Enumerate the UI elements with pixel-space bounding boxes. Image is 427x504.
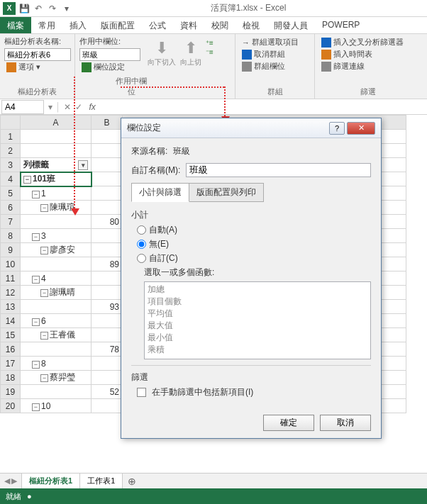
function-option[interactable]: 加總 (148, 284, 367, 296)
include-new-checkbox[interactable] (137, 388, 146, 397)
cell[interactable]: −3 (21, 229, 92, 243)
cell[interactable] (21, 215, 92, 229)
cell[interactable] (92, 328, 123, 342)
cell[interactable]: 列標籤▾ (21, 158, 92, 172)
expand-toggle[interactable]: − (40, 332, 48, 340)
enter-formula-icon[interactable]: ✓ (75, 102, 82, 112)
namebox-dropdown-icon[interactable]: ▾ (48, 102, 52, 112)
tab-home[interactable]: 常用 (31, 17, 62, 33)
cell[interactable]: 78 (92, 342, 123, 357)
radio-custom[interactable] (137, 254, 146, 263)
name-box[interactable]: A4 (1, 100, 44, 114)
expand-toggle[interactable]: − (40, 374, 48, 382)
cell[interactable]: −101班 (21, 172, 92, 186)
collapse-icon[interactable]: ⁻≡ (206, 48, 214, 56)
insert-timeline-button[interactable]: 插入時間表 (319, 48, 417, 60)
cell[interactable]: −廖彥安 (21, 243, 92, 257)
sheet-tab-pivot[interactable]: 樞紐分析表1 (21, 473, 80, 490)
radio-none[interactable] (137, 240, 146, 249)
sheet-nav-prev-icon[interactable]: ◀ (4, 476, 10, 486)
cell[interactable] (21, 144, 92, 158)
cell[interactable]: −8 (21, 357, 92, 371)
ok-button[interactable]: 確定 (263, 415, 314, 431)
fx-icon[interactable]: fx (85, 102, 100, 112)
cell[interactable] (92, 314, 123, 328)
status-record-icon[interactable]: ● (27, 492, 32, 500)
tab-file[interactable]: 檔案 (0, 17, 31, 33)
cell[interactable] (21, 300, 92, 314)
cell[interactable]: −陳珮瑄 (21, 201, 92, 215)
cell[interactable]: 93 (92, 300, 123, 314)
cancel-formula-icon[interactable]: ✕ (64, 102, 71, 112)
sheet-nav-next-icon[interactable]: ▶ (11, 476, 17, 486)
cell[interactable] (92, 399, 123, 413)
tab-subtotal-filter[interactable]: 小計與篩選 (131, 183, 189, 202)
function-option[interactable]: 最大值 (148, 320, 367, 332)
cell[interactable] (92, 286, 123, 300)
add-sheet-button[interactable]: ⊕ (122, 476, 142, 487)
function-option[interactable]: 最小值 (148, 332, 367, 344)
tab-insert[interactable]: 插入 (62, 17, 94, 33)
cell[interactable]: 89 (92, 257, 123, 271)
cell[interactable]: 52 (92, 385, 123, 399)
cell[interactable]: −蔡羿瑩 (21, 371, 92, 385)
dialog-titlebar[interactable]: 欄位設定 ? ✕ (121, 118, 381, 138)
group-selection-button[interactable]: →群組選取項目 (240, 36, 310, 48)
cell[interactable] (92, 357, 123, 371)
cell[interactable]: −10 (21, 399, 92, 413)
expand-toggle[interactable]: − (40, 289, 48, 297)
save-icon[interactable]: 💾 (18, 3, 30, 14)
cell[interactable]: −王睿儀 (21, 328, 92, 342)
tab-review[interactable]: 校閱 (204, 17, 235, 33)
expand-toggle[interactable]: − (32, 191, 40, 198)
pivot-name-input[interactable] (4, 48, 71, 61)
expand-toggle[interactable]: − (23, 176, 31, 184)
tab-power[interactable]: POWERP (315, 17, 367, 33)
cell[interactable]: −1 (21, 186, 92, 201)
cell[interactable] (92, 229, 123, 243)
cell[interactable] (92, 271, 123, 286)
function-option[interactable]: 項目個數 (148, 296, 367, 308)
custom-name-input[interactable] (186, 163, 371, 177)
expand-toggle[interactable]: − (40, 247, 48, 254)
dialog-help-button[interactable]: ? (329, 122, 345, 135)
cell[interactable]: −6 (21, 314, 92, 328)
tab-formula[interactable]: 公式 (142, 17, 173, 33)
ungroup-button[interactable]: 取消群組 (240, 48, 310, 60)
cell[interactable] (92, 130, 123, 144)
field-settings-button[interactable]: 欄位設定 (79, 61, 148, 73)
qat-more-icon[interactable]: ▾ (61, 3, 72, 14)
cell[interactable]: −4 (21, 271, 92, 286)
group-field-button[interactable]: 群組欄位 (240, 60, 310, 72)
function-option[interactable]: 平均值 (148, 308, 367, 320)
cell[interactable] (21, 342, 92, 357)
tab-layout-print[interactable]: 版面配置與列印 (189, 183, 264, 202)
cell[interactable] (92, 201, 123, 215)
cell[interactable] (92, 186, 123, 201)
filter-connections-button[interactable]: 篩選連線 (319, 60, 417, 72)
drill-down-button[interactable]: ⬇向下切入 (148, 39, 176, 67)
cell[interactable] (92, 158, 123, 172)
redo-icon[interactable]: ↷ (47, 3, 58, 14)
tab-data[interactable]: 資料 (173, 17, 204, 33)
sheet-tab-sheet1[interactable]: 工作表1 (79, 473, 123, 489)
cell[interactable]: −謝珮晴 (21, 286, 92, 300)
cell[interactable] (92, 144, 123, 158)
expand-toggle[interactable]: − (32, 276, 40, 284)
tab-layout[interactable]: 版面配置 (94, 17, 142, 33)
radio-auto[interactable] (137, 225, 146, 235)
cell[interactable] (21, 257, 92, 271)
tab-dev[interactable]: 開發人員 (267, 17, 315, 33)
insert-slicer-button[interactable]: 插入交叉分析篩選器 (319, 36, 417, 48)
functions-listbox[interactable]: 加總項目個數平均值最大值最小值乘積 (144, 281, 371, 359)
expand-icon[interactable]: ⁺≡ (206, 39, 214, 47)
cancel-button[interactable]: 取消 (320, 415, 371, 431)
expand-toggle[interactable]: − (32, 318, 40, 326)
cell[interactable]: 80 (92, 215, 123, 229)
cell[interactable] (21, 385, 92, 399)
expand-toggle[interactable]: − (40, 204, 48, 212)
cell[interactable] (92, 243, 123, 257)
active-field-input[interactable] (79, 48, 140, 61)
undo-icon[interactable]: ↶ (33, 3, 44, 14)
expand-toggle[interactable]: − (32, 233, 40, 241)
